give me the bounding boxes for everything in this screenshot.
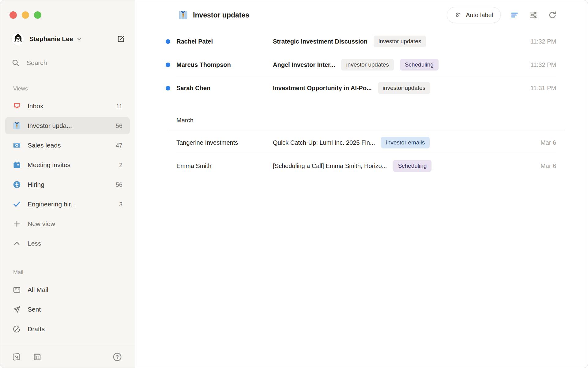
accessibility-icon xyxy=(13,180,21,189)
sidebar-nav: Views Inbox 11 xyxy=(0,86,135,346)
necktie-icon xyxy=(13,121,21,130)
unread-count: 2 xyxy=(119,162,123,169)
sidebar-item-all-mail[interactable]: All Mail xyxy=(5,281,130,298)
email-subject: [Scheduling a Call] Emma Smith, Horizo..… xyxy=(273,163,387,170)
email-subject: Strategic Investment Discussion xyxy=(273,38,368,45)
sidebar-item-meeting-invites[interactable]: Meeting invites 2 xyxy=(5,156,130,174)
window-controls xyxy=(0,0,135,19)
mail-section-label: Mail xyxy=(13,269,135,276)
sliders-icon[interactable] xyxy=(529,10,538,20)
email-time: Mar 6 xyxy=(516,139,556,146)
sidebar-item-inbox[interactable]: Inbox 11 xyxy=(5,98,130,115)
sidebar-item-engineering-hiring[interactable]: Engineering hir... 3 xyxy=(5,196,130,213)
new-view-button[interactable]: New view xyxy=(5,215,130,232)
email-subject: Quick Catch-Up: Lumi Inc. 2025 Fin... xyxy=(273,139,375,146)
avatar xyxy=(11,33,24,45)
email-sender: Sarah Chen xyxy=(176,85,273,92)
email-list: Rachel Patel Strategic Investment Discus… xyxy=(135,30,588,368)
account-switcher[interactable]: Stephanie Lee xyxy=(11,30,126,48)
calendar-icon xyxy=(13,161,21,169)
email-time: 11:32 PM xyxy=(516,61,556,68)
email-row[interactable]: Rachel Patel Strategic Investment Discus… xyxy=(135,30,588,53)
sidebar-item-sales-leads[interactable]: Sales leads 47 xyxy=(5,137,130,154)
unread-count: 3 xyxy=(119,201,123,208)
plus-icon xyxy=(13,220,21,228)
unread-count: 56 xyxy=(116,122,123,129)
svg-text:?: ? xyxy=(116,354,119,359)
email-row[interactable]: Marcus Thompson Angel Investor Inter... … xyxy=(135,53,588,76)
view-header: Investor updates Auto label xyxy=(135,0,588,30)
sidebar-item-hiring[interactable]: Hiring 56 xyxy=(5,176,130,193)
auto-label-button[interactable]: Auto label xyxy=(447,7,501,23)
unread-dot-icon xyxy=(166,63,170,67)
auto-label-icon xyxy=(454,11,462,19)
date-group-label: March xyxy=(176,117,194,124)
label-chip[interactable]: Scheduling xyxy=(393,160,432,172)
email-time: Mar 6 xyxy=(516,163,556,170)
label-chip[interactable]: Scheduling xyxy=(400,59,439,71)
label-chip[interactable]: investor emails xyxy=(381,137,430,148)
email-row[interactable]: Sarah Chen Investment Opportunity in AI-… xyxy=(135,76,588,100)
label-chip[interactable]: investor updates xyxy=(374,36,426,47)
label-chip[interactable]: investor updates xyxy=(341,59,394,71)
calendar-app-icon[interactable]: 14 xyxy=(32,352,42,362)
page-title: Investor updates xyxy=(193,11,249,19)
user-name: Stephanie Lee xyxy=(29,35,73,43)
date-group-header: March xyxy=(135,111,588,130)
compose-icon[interactable] xyxy=(116,34,126,44)
sidebar-item-investor-updates[interactable]: Investor upda... 56 xyxy=(5,117,130,134)
svg-text:14: 14 xyxy=(35,355,40,359)
drafts-icon xyxy=(13,325,21,333)
unread-count: 56 xyxy=(116,181,123,188)
sidebar: Stephanie Lee Search Views xyxy=(0,0,135,368)
email-sender: Marcus Thompson xyxy=(176,61,273,68)
sidebar-item-sent[interactable]: Sent xyxy=(5,301,130,318)
unread-count: 11 xyxy=(116,103,123,110)
search-icon xyxy=(11,59,20,67)
notion-icon[interactable] xyxy=(11,352,21,362)
email-time: 11:32 PM xyxy=(516,38,556,45)
label-chip[interactable]: investor updates xyxy=(378,82,430,94)
help-icon[interactable]: ? xyxy=(112,352,123,362)
main-panel: Investor updates Auto label xyxy=(135,0,588,368)
sidebar-footer: 14 ? xyxy=(0,346,135,368)
app-window: Stephanie Lee Search Views xyxy=(0,0,588,368)
unread-dot-icon xyxy=(166,86,170,90)
unread-count: 47 xyxy=(116,142,123,149)
email-row[interactable]: Emma Smith [Scheduling a Call] Emma Smit… xyxy=(135,154,588,178)
filter-icon[interactable] xyxy=(510,10,519,20)
chevron-down-icon xyxy=(76,36,83,42)
views-section-label: Views xyxy=(13,86,135,92)
necktie-icon xyxy=(178,10,188,20)
checkmark-icon xyxy=(13,200,21,209)
email-subject: Angel Investor Inter... xyxy=(273,61,335,68)
send-icon xyxy=(13,305,21,314)
all-mail-icon xyxy=(13,286,21,294)
minimize-window-button[interactable] xyxy=(22,11,29,19)
refresh-icon[interactable] xyxy=(548,10,557,20)
email-subject: Investment Opportunity in AI-Po... xyxy=(273,85,372,92)
less-button[interactable]: Less xyxy=(5,235,130,252)
sidebar-item-drafts[interactable]: Drafts xyxy=(5,320,130,338)
search-placeholder: Search xyxy=(27,59,47,67)
close-window-button[interactable] xyxy=(9,11,17,19)
email-sender: Rachel Patel xyxy=(176,38,273,45)
group-divider xyxy=(167,130,565,130)
chevron-up-icon xyxy=(13,239,21,248)
search-input[interactable]: Search xyxy=(11,56,126,70)
inbox-icon xyxy=(13,102,21,110)
email-sender: Tangerine Investments xyxy=(176,139,273,146)
email-row[interactable]: Tangerine Investments Quick Catch-Up: Lu… xyxy=(135,131,588,154)
money-icon xyxy=(13,141,21,150)
email-sender: Emma Smith xyxy=(176,163,273,170)
zoom-window-button[interactable] xyxy=(34,11,41,19)
email-time: 11:31 PM xyxy=(516,85,556,92)
unread-dot-icon xyxy=(166,39,170,44)
